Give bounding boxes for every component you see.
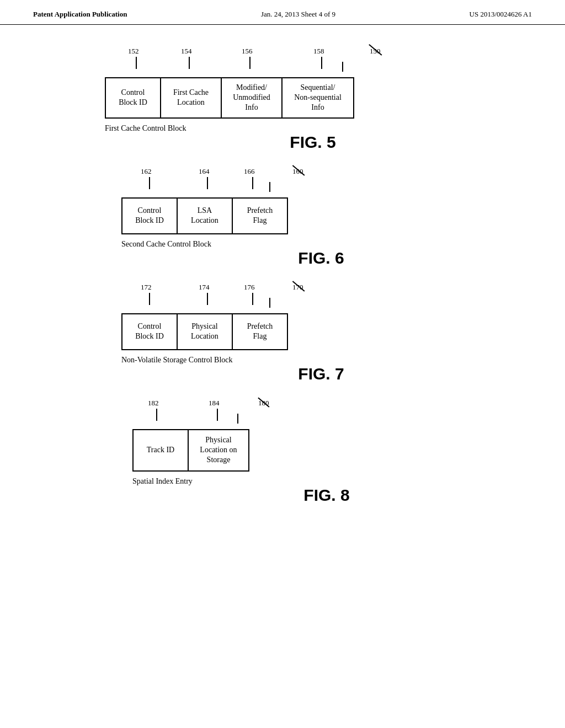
ref-150: 150 [370,47,381,56]
ref-170: 170 [292,283,303,292]
fig5-table: ControlBlock ID First CacheLocation Modi… [105,77,354,119]
ref-174: 174 [199,283,210,292]
fig7-cell-1: ControlBlock ID [122,314,177,350]
fig8-section: 182 184 180 Track ID PhysicalLocation on… [44,399,521,505]
page-header: Patent Application Publication Jan. 24, … [0,0,565,25]
fig7-label: FIG. 7 [121,365,521,383]
ref-158: 158 [313,47,324,56]
fig6-cell-1: ControlBlock ID [122,198,177,234]
fig6-cell-2: LSALocation [177,198,232,234]
ref-162: 162 [141,167,152,176]
header-center: Jan. 24, 2013 Sheet 4 of 9 [261,10,335,19]
fig7-table: ControlBlock ID PhysicalLocation Prefetc… [121,313,288,350]
fig5-section: 152 154 156 158 150 [44,47,521,152]
fig5-cell-2: First CacheLocation [161,78,221,118]
fig8-caption: Spatial Index Entry [132,477,521,486]
ref-156: 156 [242,47,253,56]
fig5-label: FIG. 5 [105,133,521,152]
fig8-table: Track ID PhysicalLocation onStorage [132,429,249,472]
ref-166: 166 [244,167,255,176]
fig7-cell-3: PrefetchFlag [232,314,287,350]
fig5-cell-4: Sequential/Non-sequentialInfo [282,78,354,118]
ref-182: 182 [148,399,159,408]
ref-176: 176 [244,283,255,292]
fig8-label: FIG. 8 [132,486,521,505]
fig7-section: 172 174 176 170 ControlBlock ID [44,283,521,383]
fig6-caption: Second Cache Control Block [121,240,521,249]
fig6-cell-3: PrefetchFlag [232,198,287,234]
main-content: 152 154 156 158 150 [0,25,565,537]
ref-164: 164 [199,167,210,176]
fig5-cell-3: Modified/UnmodifiedInfo [221,78,282,118]
fig7-caption: Non-Volatile Storage Control Block [121,356,521,365]
ref-184: 184 [209,399,220,408]
fig8-cell-2: PhysicalLocation onStorage [188,430,249,471]
fig6-label: FIG. 6 [121,249,521,267]
header-right: US 2013/0024626 A1 [470,10,532,19]
ref-154: 154 [181,47,192,56]
fig6-section: 162 164 166 160 ControlBlock ID [44,167,521,267]
fig5-cell-1: ControlBlock ID [105,78,161,118]
ref-172: 172 [141,283,152,292]
fig5-caption: First Cache Control Block [105,124,521,133]
ref-152: 152 [128,47,139,56]
ref-160: 160 [292,167,303,176]
fig7-cell-2: PhysicalLocation [177,314,232,350]
fig8-cell-1: Track ID [133,430,188,471]
fig6-table: ControlBlock ID LSALocation PrefetchFlag [121,197,288,234]
header-left: Patent Application Publication [33,10,127,19]
